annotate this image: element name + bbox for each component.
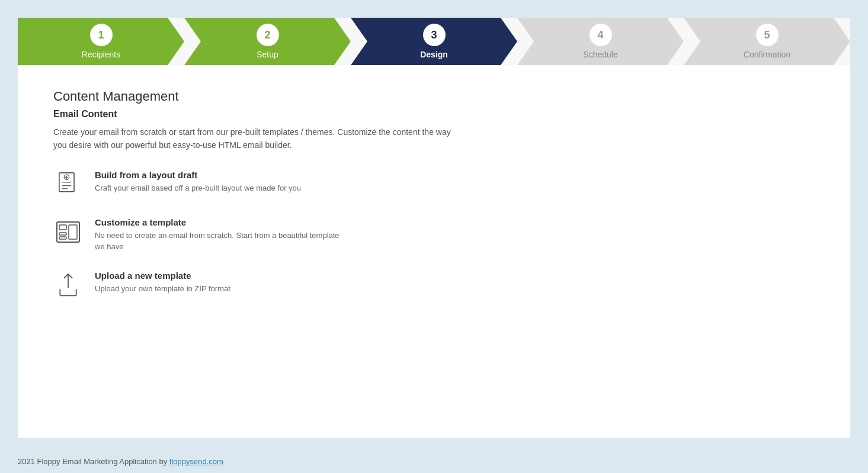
- step-3-number: 3: [431, 29, 437, 41]
- step-3-label: Design: [420, 50, 448, 59]
- step-3[interactable]: 3 Design: [351, 18, 517, 65]
- stepper-wrapper: 1 Recipients 2 Setup 3 Design 4 Schedule…: [18, 18, 850, 65]
- step-5-label: Confirmation: [744, 50, 790, 59]
- footer-link[interactable]: floppysend.com: [169, 457, 223, 466]
- option-build-draft-desc: Craft your email based off a pre-built l…: [95, 182, 301, 194]
- step-4[interactable]: 4 Schedule: [517, 18, 684, 65]
- option-build-draft[interactable]: Build from a layout draft Craft your ema…: [53, 170, 815, 200]
- step-1-circle: 1: [90, 24, 113, 46]
- step-4-number: 4: [597, 29, 603, 41]
- step-5-number: 5: [764, 29, 770, 41]
- main-content: Content Management Email Content Create …: [18, 65, 850, 438]
- svg-rect-11: [69, 225, 77, 239]
- svg-rect-10: [59, 237, 66, 239]
- step-2-label: Setup: [257, 50, 278, 59]
- draft-icon: [53, 170, 83, 200]
- option-build-draft-title: Build from a layout draft: [95, 170, 301, 180]
- option-upload-template-title: Upload a new template: [95, 271, 230, 281]
- step-3-circle: 3: [423, 24, 446, 46]
- option-upload-template-text: Upload a new template Upload your own te…: [95, 271, 230, 295]
- footer: 2021 Floppy Email Marketing Application …: [0, 450, 868, 473]
- option-build-draft-text: Build from a layout draft Craft your ema…: [95, 170, 301, 194]
- option-customize-template-text: Customize a template No need to create a…: [95, 217, 344, 253]
- upload-icon: [53, 271, 83, 300]
- svg-rect-8: [59, 225, 66, 230]
- step-4-circle: 4: [590, 24, 612, 46]
- option-customize-template-desc: No need to create an email from scratch.…: [95, 230, 344, 253]
- email-content-description: Create your email from scratch or start …: [53, 126, 456, 152]
- step-1-number: 1: [98, 29, 104, 41]
- option-customize-template[interactable]: Customize a template No need to create a…: [53, 217, 815, 253]
- option-upload-template[interactable]: Upload a new template Upload your own te…: [53, 271, 815, 300]
- footer-text: 2021 Floppy Email Marketing Application …: [18, 457, 169, 466]
- option-upload-template-desc: Upload your own template in ZIP format: [95, 283, 230, 295]
- step-2-number: 2: [264, 29, 270, 41]
- step-1-label: Recipients: [82, 50, 120, 59]
- step-2-circle: 2: [257, 24, 279, 46]
- step-5-circle: 5: [756, 24, 779, 46]
- step-5[interactable]: 5 Confirmation: [684, 18, 850, 65]
- email-content-label: Email Content: [53, 109, 815, 120]
- step-1[interactable]: 1 Recipients: [18, 18, 184, 65]
- option-customize-template-title: Customize a template: [95, 217, 344, 227]
- step-4-label: Schedule: [583, 50, 617, 59]
- stepper: 1 Recipients 2 Setup 3 Design 4 Schedule…: [18, 18, 850, 65]
- step-2[interactable]: 2 Setup: [184, 18, 351, 65]
- section-title: Content Management: [53, 89, 815, 104]
- template-icon: [53, 217, 83, 247]
- svg-rect-9: [59, 233, 66, 235]
